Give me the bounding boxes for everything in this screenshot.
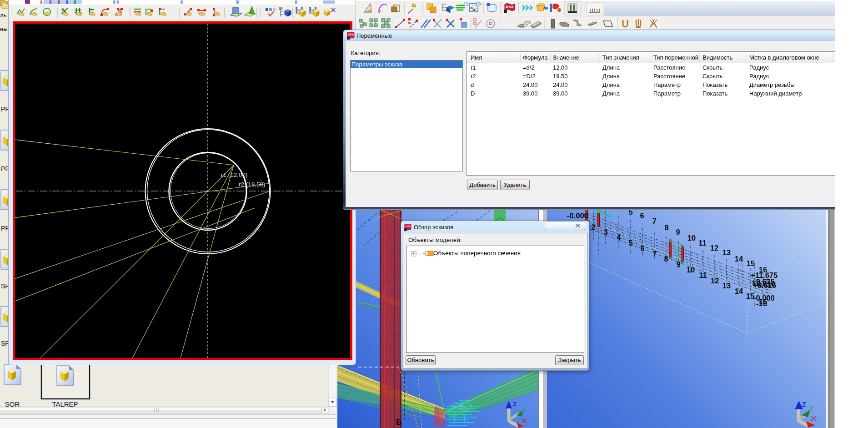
- svg-text:-0.000: -0.000: [567, 211, 588, 220]
- svg-text:12: 12: [710, 244, 718, 252]
- svg-text:3: 3: [603, 228, 607, 236]
- svg-text:Z: Z: [802, 400, 806, 408]
- svg-text:14: 14: [735, 287, 743, 295]
- svg-text:Б: Б: [396, 418, 401, 427]
- svg-text:10: 10: [687, 266, 695, 274]
- svg-text:Y: Y: [809, 404, 813, 411]
- svg-text:14: 14: [735, 255, 743, 263]
- svg-text:Y: Y: [522, 407, 526, 413]
- svg-text:15: 15: [747, 259, 755, 267]
- svg-text:9: 9: [676, 260, 680, 268]
- svg-text:6: 6: [640, 244, 644, 252]
- svg-text:7: 7: [652, 250, 657, 258]
- svg-text:12: 12: [711, 277, 719, 285]
- svg-text:r2 (19.50): r2 (19.50): [239, 181, 266, 188]
- svg-text:11: 11: [698, 239, 706, 247]
- svg-text:6: 6: [640, 211, 644, 220]
- svg-text:8: 8: [664, 255, 668, 263]
- svg-text:5: 5: [628, 210, 632, 216]
- svg-text:Z: Z: [513, 401, 517, 408]
- svg-text:4: 4: [617, 233, 621, 241]
- svg-text:-16: -16: [756, 299, 767, 307]
- svg-text:5: 5: [628, 239, 632, 247]
- svg-text:8: 8: [664, 223, 668, 232]
- svg-text:13: 13: [722, 248, 731, 257]
- svg-text:11: 11: [699, 271, 707, 279]
- svg-text:13: 13: [722, 282, 731, 290]
- svg-text:10: 10: [687, 234, 696, 242]
- svg-text:r1 (12.00): r1 (12.00): [221, 171, 248, 178]
- svg-text:7: 7: [652, 217, 656, 225]
- svg-text:9: 9: [676, 228, 680, 236]
- svg-text:+8.610: +8.610: [752, 280, 775, 288]
- svg-text:2: 2: [591, 223, 595, 231]
